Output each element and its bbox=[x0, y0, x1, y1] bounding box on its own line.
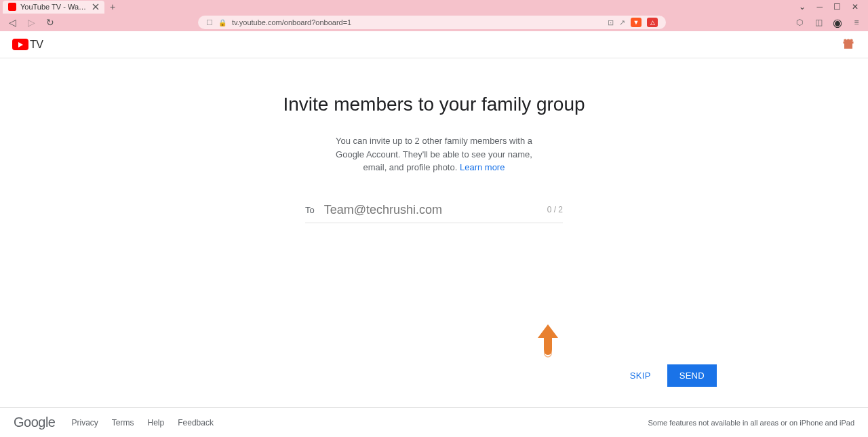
footer-links: Privacy Terms Help Feedback bbox=[72, 418, 214, 428]
footer-disclaimer: Some features not available in all areas… bbox=[648, 419, 854, 427]
privacy-link[interactable]: Privacy bbox=[72, 418, 98, 428]
blocker-icon[interactable]: △ bbox=[647, 18, 658, 27]
page-footer: Google Privacy Terms Help Feedback Some … bbox=[0, 407, 868, 437]
menu-icon[interactable]: ≡ bbox=[850, 16, 863, 28]
sidepanel-icon[interactable]: ◫ bbox=[812, 16, 825, 28]
referral-icon bbox=[842, 41, 854, 52]
page-subtitle: You can invite up to 2 other family memb… bbox=[336, 134, 532, 174]
invite-counter: 0 / 2 bbox=[547, 205, 563, 214]
share-icon[interactable]: ↗ bbox=[619, 18, 625, 27]
youtube-play-icon bbox=[12, 39, 28, 50]
tab-title: YouTube TV - Watch & DVR Live S bbox=[20, 3, 88, 11]
skip-button[interactable]: SKIP bbox=[630, 370, 651, 381]
minimize-icon[interactable]: ─ bbox=[816, 2, 823, 12]
header-action[interactable] bbox=[842, 38, 856, 52]
email-field[interactable] bbox=[324, 203, 547, 217]
extensions-icon[interactable]: ⬡ bbox=[793, 16, 806, 28]
lock-icon: 🔒 bbox=[218, 19, 226, 26]
bookmark-icon[interactable]: ☐ bbox=[206, 18, 213, 27]
close-tab-icon[interactable] bbox=[92, 3, 99, 10]
new-tab-button[interactable]: + bbox=[110, 1, 115, 12]
url-text: tv.youtube.com/onboard?onboard=1 bbox=[232, 18, 351, 26]
maximize-icon[interactable]: ☐ bbox=[833, 2, 841, 12]
google-logo[interactable]: Google bbox=[14, 415, 56, 430]
url-bar[interactable]: ☐ 🔒 tv.youtube.com/onboard?onboard=1 ⊡ ↗… bbox=[198, 16, 666, 29]
pointer-hand-icon bbox=[534, 321, 561, 358]
youtube-favicon bbox=[8, 3, 16, 11]
brave-shield-icon[interactable]: ▼ bbox=[631, 18, 642, 27]
main-content: Invite members to your family group You … bbox=[0, 58, 868, 407]
send-button[interactable]: SEND bbox=[667, 364, 717, 387]
feedback-link[interactable]: Feedback bbox=[178, 418, 214, 428]
page-title: Invite members to your family group bbox=[283, 94, 585, 115]
app-header: TV bbox=[0, 31, 868, 58]
window-controls: ⌄ ─ ☐ ✕ bbox=[799, 2, 865, 12]
browser-tab[interactable]: YouTube TV - Watch & DVR Live S bbox=[3, 1, 104, 14]
tv-label: TV bbox=[30, 39, 43, 51]
terms-link[interactable]: Terms bbox=[112, 418, 134, 428]
to-label: To bbox=[305, 205, 315, 215]
action-footer: SKIP SEND bbox=[151, 364, 717, 387]
screen-icon[interactable]: ⊡ bbox=[608, 18, 614, 27]
back-icon[interactable]: ◁ bbox=[5, 16, 19, 29]
browser-chrome: YouTube TV - Watch & DVR Live S + ⌄ ─ ☐ … bbox=[0, 0, 868, 31]
forward-icon[interactable]: ▷ bbox=[24, 16, 38, 29]
close-icon[interactable]: ✕ bbox=[852, 2, 859, 12]
chevron-down-icon[interactable]: ⌄ bbox=[799, 2, 806, 12]
brave-icon[interactable]: ◉ bbox=[831, 16, 844, 28]
help-link[interactable]: Help bbox=[148, 418, 165, 428]
invite-input-row: To 0 / 2 bbox=[305, 203, 563, 223]
youtube-tv-logo[interactable]: TV bbox=[12, 39, 43, 51]
learn-more-link[interactable]: Learn more bbox=[460, 162, 505, 172]
tab-bar: YouTube TV - Watch & DVR Live S + ⌄ ─ ☐ … bbox=[0, 0, 868, 14]
address-bar: ◁ ▷ ↻ ☐ 🔒 tv.youtube.com/onboard?onboard… bbox=[0, 14, 868, 31]
reload-icon[interactable]: ↻ bbox=[43, 16, 57, 29]
